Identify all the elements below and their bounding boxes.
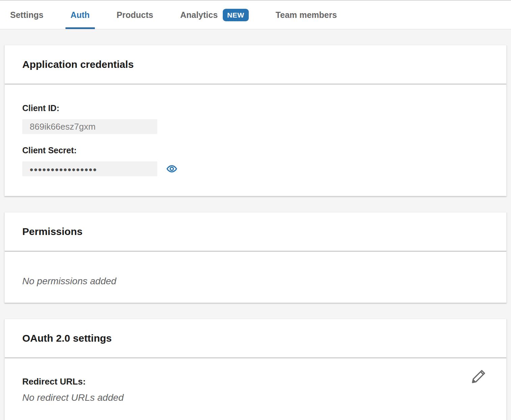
pencil-icon — [470, 368, 487, 385]
tab-team-members-label: Team members — [276, 10, 337, 20]
client-id-field[interactable] — [22, 119, 157, 134]
tab-analytics-label: Analytics — [180, 10, 218, 20]
oauth-settings-card: OAuth 2.0 settings Redirect URLs: No red… — [4, 319, 507, 420]
permissions-title: Permissions — [22, 226, 489, 237]
tab-bar: Settings Auth Products Analytics NEW Tea… — [0, 1, 511, 29]
client-secret-label: Client Secret: — [22, 146, 489, 155]
client-secret-field[interactable] — [22, 161, 157, 176]
client-id-label: Client ID: — [22, 103, 489, 113]
application-credentials-header: Application credentials — [5, 45, 506, 84]
oauth-settings-header: OAuth 2.0 settings — [5, 319, 506, 358]
tab-products-label: Products — [117, 10, 153, 20]
permissions-body: No permissions added — [5, 252, 506, 303]
application-credentials-card: Application credentials Client ID: Clien… — [4, 45, 507, 196]
oauth-settings-title: OAuth 2.0 settings — [22, 333, 489, 344]
tab-settings-label: Settings — [10, 10, 44, 20]
tab-auth-label: Auth — [71, 10, 90, 20]
redirect-urls-label: Redirect URLs: — [22, 376, 489, 387]
reveal-secret-button[interactable] — [166, 163, 178, 175]
auth-tab-content: Application credentials Client ID: Clien… — [0, 29, 511, 420]
eye-icon — [166, 163, 178, 175]
tab-products[interactable]: Products — [117, 1, 153, 29]
permissions-empty-text: No permissions added — [22, 276, 489, 287]
permissions-header: Permissions — [5, 212, 506, 252]
new-badge: NEW — [223, 9, 249, 21]
client-secret-row — [22, 161, 489, 176]
application-credentials-body: Client ID: Client Secret: — [5, 84, 506, 196]
application-credentials-title: Application credentials — [22, 59, 489, 70]
edit-redirect-urls-button[interactable] — [470, 368, 487, 385]
redirect-urls-empty-text: No redirect URLs added — [22, 392, 489, 403]
tab-team-members[interactable]: Team members — [276, 1, 337, 29]
permissions-card: Permissions No permissions added — [4, 212, 507, 303]
tab-analytics[interactable]: Analytics NEW — [180, 1, 249, 29]
tab-auth[interactable]: Auth — [71, 1, 90, 29]
oauth-settings-body: Redirect URLs: No redirect URLs added — [5, 358, 506, 420]
tab-settings[interactable]: Settings — [10, 1, 44, 29]
